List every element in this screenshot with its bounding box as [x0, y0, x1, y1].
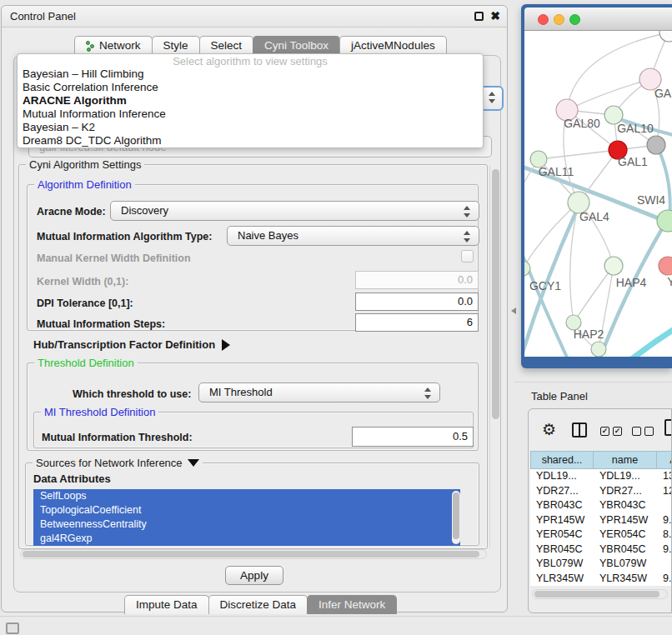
data-attribute-item[interactable]: SelfLoops — [33, 489, 460, 503]
data-attribute-item[interactable]: TopologicalCoefficient — [33, 503, 460, 518]
network-node[interactable] — [657, 210, 672, 232]
table-cell[interactable]: 13 — [657, 469, 672, 484]
apply-button[interactable]: Apply — [225, 566, 283, 585]
tab-label: Impute Data — [136, 596, 198, 614]
tab-label: Network — [99, 37, 141, 55]
mi-algorithm-type-combo[interactable]: Naive Bayes — [227, 226, 479, 246]
node-label: GCY1 — [529, 279, 561, 292]
table-row[interactable]: YPR145WYPR145W9. — [530, 513, 672, 528]
manual-kernel-width-checkbox[interactable] — [461, 250, 474, 262]
combo-stepper-icon — [464, 205, 470, 218]
close-traffic-light[interactable] — [538, 14, 549, 25]
table-cell[interactable]: YBR043C — [530, 498, 594, 513]
table-column-header[interactable]: shared... — [530, 451, 594, 469]
close-icon[interactable]: ✖ — [490, 9, 500, 22]
hub-section-toggle[interactable]: Hub/Transcription Factor Definition — [33, 338, 230, 351]
table-cell[interactable] — [657, 557, 672, 572]
export-table-icon[interactable] — [664, 419, 672, 436]
tab-jactivemnodules[interactable]: jActiveMNodules — [339, 36, 447, 55]
table-row[interactable]: YDR27...YDR27...12 — [530, 484, 672, 499]
table-row[interactable]: YER054CYER054C8. — [530, 528, 672, 542]
table-row[interactable]: YBL079WYBL079W — [530, 557, 672, 572]
aracne-mode-combo[interactable]: Discovery — [110, 201, 479, 221]
settings-horizontal-scrollbar[interactable] — [20, 549, 487, 559]
combo-stepper-icon — [424, 387, 431, 400]
sources-toggle[interactable]: Sources for Network Inference — [33, 457, 203, 469]
table-cell[interactable]: YER054C — [594, 528, 657, 542]
settings-gear-icon[interactable]: ⚙ — [542, 420, 556, 439]
table-cell[interactable]: YPR145W — [594, 513, 657, 528]
scrollbar-thumb[interactable] — [534, 591, 659, 598]
scrollbar-thumb[interactable] — [453, 492, 459, 539]
select-all-icon[interactable]: ✓✓ — [600, 427, 622, 436]
mi-steps-field[interactable]: 6 — [355, 313, 479, 332]
float-window-icon[interactable] — [474, 12, 484, 21]
table-cell[interactable]: YLR345W — [530, 572, 594, 587]
splitter-collapse-icon[interactable] — [511, 308, 516, 314]
node-label: Y — [667, 275, 672, 288]
table-cell[interactable]: YPR145W — [530, 513, 594, 528]
table-column-header[interactable]: A — [657, 451, 672, 469]
table-column-header[interactable]: name — [594, 451, 657, 469]
data-attribute-item[interactable]: gal4RGexp — [33, 532, 460, 546]
tab-infer-network[interactable]: Infer Network — [307, 595, 397, 614]
table-row[interactable]: YBR043CYBR043C — [530, 498, 672, 513]
table-row[interactable]: YDL19...YDL19...13 — [530, 469, 672, 484]
table-horizontal-scrollbar[interactable] — [532, 589, 668, 599]
minimize-traffic-light[interactable] — [554, 14, 564, 25]
algorithm-option[interactable]: Bayesian – Hill Climbing — [18, 68, 483, 81]
mi-threshold-field[interactable]: 0.5 — [352, 427, 474, 447]
network-node[interactable] — [647, 136, 665, 154]
table-cell[interactable]: YDL19... — [594, 469, 657, 484]
algorithm-option[interactable]: ARACNE Algorithm — [18, 94, 483, 108]
network-node[interactable] — [659, 257, 672, 275]
table-cell[interactable]: 9. — [657, 542, 672, 558]
table-row[interactable]: YBR045CYBR045C9. — [530, 542, 672, 558]
control-panel-title: Control Panel — [10, 10, 76, 22]
table-cell[interactable]: 9. — [657, 513, 672, 528]
zoom-traffic-light[interactable] — [569, 14, 580, 25]
dpi-tolerance-field[interactable]: 0.0 — [355, 292, 479, 311]
tab-cyni-toolbox[interactable]: Cyni Toolbox — [253, 36, 340, 55]
network-node[interactable] — [591, 342, 606, 357]
table-cell[interactable]: YBR043C — [594, 498, 657, 513]
scrollbar-thumb[interactable] — [492, 169, 499, 419]
tab-discretize-data[interactable]: Discretize Data — [208, 595, 308, 614]
tab-network[interactable]: Network — [74, 36, 153, 55]
tab-impute-data[interactable]: Impute Data — [124, 595, 209, 614]
algorithm-option[interactable]: Basic Correlation Inference — [18, 81, 483, 94]
which-threshold-combo[interactable]: MI Threshold — [198, 382, 440, 402]
settings-vertical-scrollbar[interactable] — [489, 166, 500, 548]
tab-select[interactable]: Select — [199, 36, 254, 55]
tab-style[interactable]: Style — [152, 36, 200, 55]
table-cell[interactable]: YBR045C — [594, 542, 657, 558]
data-attribute-item[interactable]: BetweennessCentrality — [33, 518, 460, 532]
table-cell[interactable]: 8. — [657, 528, 672, 542]
scrollbar-thumb[interactable] — [23, 551, 479, 558]
table-cell[interactable]: YER054C — [530, 528, 594, 542]
deselect-all-icon[interactable] — [632, 427, 654, 436]
table-cell[interactable]: 12 — [657, 484, 672, 499]
table-cell[interactable]: YBL079W — [594, 557, 657, 572]
table-cell[interactable]: 9. — [657, 572, 672, 587]
attributes-scrollbar[interactable] — [452, 491, 460, 544]
table-cell[interactable]: YLR345W — [594, 572, 657, 587]
table-cell[interactable]: YBR045C — [530, 542, 594, 558]
split-columns-icon[interactable] — [572, 422, 587, 438]
hub-section-label: Hub/Transcription Factor Definition — [33, 338, 215, 351]
dock-panel-icon[interactable] — [6, 622, 19, 634]
algorithm-option[interactable]: Mutual Information Inference — [18, 108, 483, 121]
table-cell[interactable] — [657, 498, 672, 513]
table-cell[interactable]: YDL19... — [530, 469, 594, 484]
table-cell[interactable]: YDR27... — [594, 484, 657, 499]
node-label: GAL — [654, 87, 672, 100]
table-row[interactable]: YLR345WYLR345W9. — [530, 572, 672, 587]
table-cell[interactable]: YDR27... — [530, 484, 594, 499]
network-node[interactable] — [604, 257, 623, 275]
network-canvas[interactable]: GALGAL80GAL10GAL1GAL11SWI4GAL4GCY1HAP4YH… — [524, 31, 672, 357]
algorithm-option[interactable]: Dream8 DC_TDC Algorithm — [18, 134, 483, 148]
network-node[interactable] — [659, 31, 672, 42]
algorithm-option[interactable]: Bayesian – K2 — [18, 121, 483, 134]
table-cell[interactable]: YBL079W — [530, 557, 594, 572]
kernel-width-field[interactable]: 0.0 — [355, 271, 479, 289]
